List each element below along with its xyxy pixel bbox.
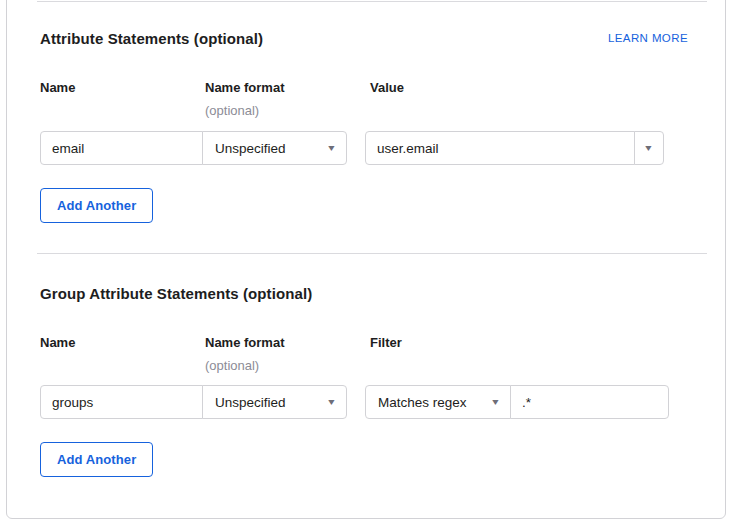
section-divider [37, 253, 707, 254]
saml-settings-card: Attribute Statements (optional) LEARN MO… [6, 0, 726, 519]
column-label-name-format: Name format [205, 335, 284, 350]
add-another-attribute-button[interactable]: Add Another [40, 188, 153, 223]
caret-down-icon: ▾ [492, 397, 498, 407]
caret-down-icon: ▾ [328, 397, 334, 407]
caret-down-icon: ▾ [646, 143, 652, 153]
group-filter-type-value: Matches regex [378, 395, 467, 410]
add-another-group-attribute-button[interactable]: Add Another [40, 442, 153, 477]
attribute-value-input[interactable] [365, 131, 635, 165]
section-divider [37, 1, 707, 2]
group-filter-value-input[interactable] [510, 385, 669, 419]
group-attribute-name-format-select[interactable]: Unspecified ▾ [202, 385, 347, 419]
caret-down-icon: ▾ [328, 143, 334, 153]
attribute-name-input[interactable] [40, 131, 203, 165]
attribute-name-format-select[interactable]: Unspecified ▾ [202, 131, 347, 165]
column-label-filter: Filter [370, 335, 402, 350]
attribute-name-format-value: Unspecified [215, 141, 286, 156]
column-note-optional: (optional) [205, 103, 259, 118]
column-label-value: Value [370, 80, 404, 95]
column-label-name-format: Name format [205, 80, 284, 95]
column-label-name: Name [40, 335, 75, 350]
learn-more-link[interactable]: LEARN MORE [608, 32, 688, 44]
group-attribute-name-format-value: Unspecified [215, 395, 286, 410]
attribute-statements-title: Attribute Statements (optional) [40, 30, 263, 47]
column-note-optional: (optional) [205, 358, 259, 373]
group-attribute-name-input[interactable] [40, 385, 203, 419]
group-attribute-statements-title: Group Attribute Statements (optional) [40, 285, 312, 302]
attribute-value-expression-picker-button[interactable]: ▾ [634, 131, 664, 165]
column-label-name: Name [40, 80, 75, 95]
group-filter-type-select[interactable]: Matches regex ▾ [365, 385, 511, 419]
